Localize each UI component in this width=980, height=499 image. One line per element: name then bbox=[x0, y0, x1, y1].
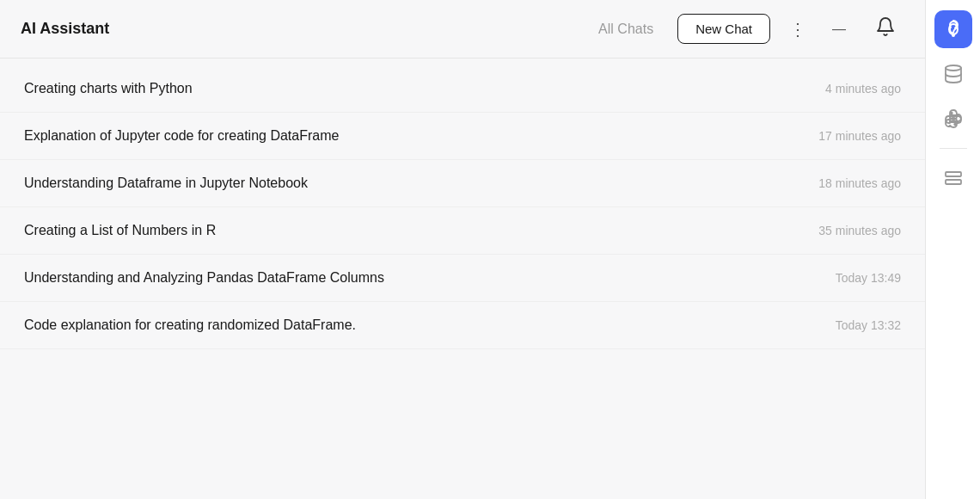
svg-point-2 bbox=[946, 65, 961, 71]
more-options-button[interactable]: ⋮ bbox=[784, 15, 812, 43]
chat-list-item[interactable]: Understanding Dataframe in Jupyter Noteb… bbox=[0, 160, 925, 207]
chat-list-item[interactable]: Explanation of Jupyter code for creating… bbox=[0, 113, 925, 160]
chat-item-time: 17 minutes ago bbox=[818, 129, 901, 143]
svg-rect-5 bbox=[946, 172, 961, 176]
chat-item-title: Code explanation for creating randomized… bbox=[24, 317, 356, 333]
sidebar-item-ai[interactable] bbox=[934, 10, 972, 48]
chat-item-time: Today 13:49 bbox=[836, 271, 901, 285]
header-actions: All Chats New Chat ⋮ — bbox=[588, 10, 904, 48]
new-chat-button[interactable]: New Chat bbox=[677, 14, 770, 44]
sidebar bbox=[925, 0, 980, 499]
svg-point-3 bbox=[951, 113, 952, 114]
chat-item-title: Creating a List of Numbers in R bbox=[24, 223, 216, 238]
notifications-area bbox=[867, 10, 904, 48]
chat-item-time: 18 minutes ago bbox=[818, 176, 901, 190]
chat-list-item[interactable]: Code explanation for creating randomized… bbox=[0, 302, 925, 349]
chat-item-time: 4 minutes ago bbox=[825, 82, 901, 95]
chat-item-time: Today 13:32 bbox=[836, 318, 901, 332]
svg-point-4 bbox=[954, 124, 956, 126]
chat-item-title: Explanation of Jupyter code for creating… bbox=[24, 128, 339, 144]
sidebar-item-python[interactable] bbox=[934, 100, 972, 138]
chat-item-title: Creating charts with Python bbox=[24, 81, 193, 96]
chat-item-time: 35 minutes ago bbox=[818, 224, 901, 237]
header: AI Assistant All Chats New Chat ⋮ — bbox=[0, 0, 925, 59]
chat-list-item[interactable]: Understanding and Analyzing Pandas DataF… bbox=[0, 255, 925, 302]
chat-list-item[interactable]: Creating charts with Python4 minutes ago bbox=[0, 65, 925, 113]
chat-item-title: Understanding and Analyzing Pandas DataF… bbox=[24, 270, 384, 286]
svg-rect-6 bbox=[946, 180, 961, 184]
page-title: AI Assistant bbox=[21, 20, 588, 38]
minimize-button[interactable]: — bbox=[825, 15, 853, 43]
all-chats-button[interactable]: All Chats bbox=[588, 16, 664, 42]
sidebar-item-table[interactable] bbox=[934, 159, 972, 197]
sidebar-divider bbox=[940, 148, 967, 149]
main-content: AI Assistant All Chats New Chat ⋮ — Crea… bbox=[0, 0, 925, 499]
chat-list-item[interactable]: Creating a List of Numbers in R35 minute… bbox=[0, 207, 925, 255]
chat-item-title: Understanding Dataframe in Jupyter Noteb… bbox=[24, 176, 308, 191]
chat-list: Creating charts with Python4 minutes ago… bbox=[0, 59, 925, 499]
bell-icon[interactable] bbox=[875, 16, 896, 42]
sidebar-item-database[interactable] bbox=[934, 55, 972, 93]
